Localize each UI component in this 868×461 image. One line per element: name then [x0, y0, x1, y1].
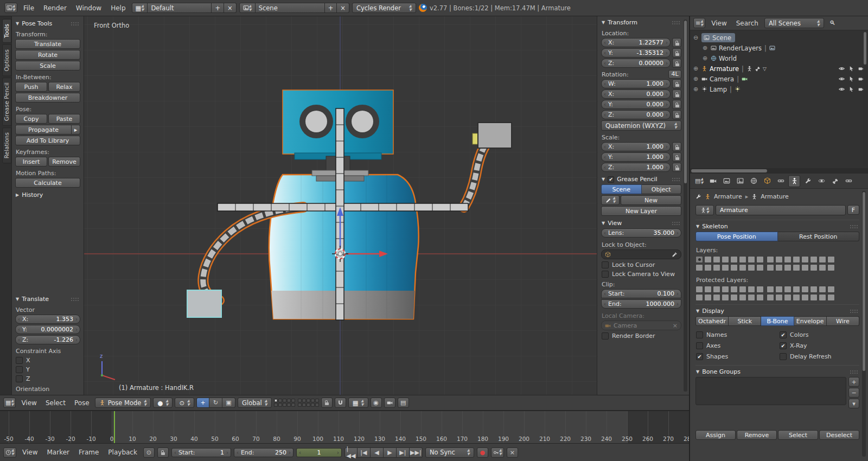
play-button[interactable]: ▶	[384, 447, 397, 458]
layer-toggle[interactable]	[827, 256, 835, 263]
layer-toggle[interactable]	[298, 403, 302, 407]
layer-toggle[interactable]	[302, 403, 306, 407]
expand-icon[interactable]: ⊕	[692, 65, 699, 72]
skeleton-panel-header[interactable]: ▼ Skeleton	[695, 220, 859, 232]
auto-keyframe-record-button[interactable]: ●	[477, 447, 488, 458]
layer-toggle[interactable]	[767, 294, 774, 301]
bone-group-select-button[interactable]: Select	[778, 430, 818, 440]
layer-toggle[interactable]	[793, 264, 800, 271]
layer-toggle[interactable]	[775, 294, 783, 301]
lock-time-cursor-button[interactable]	[157, 447, 169, 458]
add-to-library-button[interactable]: Add To Library	[15, 136, 80, 145]
rotation-z-lock-button[interactable]	[672, 110, 681, 119]
layer-toggle[interactable]	[756, 294, 764, 301]
editor-type-info-button[interactable]: ▲▼	[4, 3, 17, 13]
panel-grip-icon[interactable]	[71, 22, 80, 26]
context-pin-icon[interactable]	[695, 194, 701, 200]
outliner-menu-view[interactable]: View	[708, 20, 730, 27]
rotation-y-slider[interactable]: ‹Y:0.000›	[601, 100, 671, 109]
tab-scene[interactable]	[734, 175, 746, 187]
rest-position-button[interactable]: Rest Position	[778, 232, 860, 241]
translate-button[interactable]: Translate	[15, 39, 80, 49]
menu-window[interactable]: Window	[73, 4, 105, 12]
layer-toggle[interactable]	[695, 294, 703, 301]
delete-screen-layout-button[interactable]: ×	[224, 3, 237, 13]
tab-render-layers[interactable]	[720, 175, 732, 187]
pose-tools-panel-header[interactable]: ▼ Pose Tools	[15, 17, 80, 29]
jump-prev-keyframe-button[interactable]: |◀	[358, 447, 371, 458]
tab-physics[interactable]	[815, 175, 827, 187]
editor-type-properties-button[interactable]: ▤▲▼	[693, 176, 705, 186]
layer-toggle[interactable]	[819, 286, 826, 293]
properties-scrollbar[interactable]	[862, 191, 866, 457]
menu-render[interactable]: Render	[40, 4, 70, 12]
breadcrumb-object-name[interactable]: Armature	[714, 193, 742, 200]
timeline-menu-frame[interactable]: Frame	[75, 449, 102, 456]
snap-magnet-button[interactable]	[335, 398, 346, 408]
panel-grip-icon[interactable]	[672, 21, 681, 25]
insert-keyframe-button[interactable]: Insert	[15, 157, 47, 167]
layer-toggle[interactable]	[730, 294, 738, 301]
selectability-cursor-icon[interactable]	[848, 66, 854, 72]
layer-toggle[interactable]	[819, 256, 826, 263]
increment-arrow-icon[interactable]: ›	[75, 326, 78, 332]
breakdowner-button[interactable]: Breakdowner	[15, 93, 80, 103]
rotate-button[interactable]: Rotate	[15, 50, 80, 60]
layer-toggle[interactable]	[801, 256, 809, 263]
layer-toggle[interactable]	[704, 256, 712, 263]
calculate-motion-paths-button[interactable]: Calculate	[15, 178, 80, 188]
timeline-menu-view[interactable]: View	[19, 449, 41, 456]
screen-layout-name[interactable]: Default	[148, 3, 212, 13]
outliner-hscrollbar[interactable]	[690, 168, 868, 174]
rotation-y-lock-button[interactable]	[672, 100, 681, 109]
layer-toggle[interactable]	[283, 403, 286, 407]
paste-pose-button[interactable]: Paste	[48, 114, 80, 124]
layer-toggle[interactable]	[704, 286, 712, 293]
layer-toggle[interactable]	[315, 399, 319, 402]
push-button[interactable]: Push	[15, 82, 47, 92]
ik-handle-right[interactable]	[473, 123, 512, 148]
layer-toggle[interactable]	[784, 286, 792, 293]
increment-arrow-icon[interactable]: ›	[75, 337, 78, 343]
gp-object-toggle[interactable]: Object	[642, 184, 682, 194]
constraint-axis-z-checkbox[interactable]: Z	[15, 374, 80, 383]
layer-toggle[interactable]	[775, 256, 783, 263]
shapes-checkbox[interactable]: Shapes	[695, 352, 776, 361]
render-border-checkbox[interactable]: Render Border	[601, 331, 681, 341]
layer-toggle[interactable]	[784, 294, 792, 301]
bone-group-assign-button[interactable]: Assign	[695, 430, 736, 440]
location-x-slider[interactable]: ‹X:1.22577›	[601, 38, 671, 47]
selectability-cursor-icon[interactable]	[848, 86, 854, 92]
gp-new-layer-button[interactable]: New Layer	[601, 206, 681, 216]
location-z-lock-button[interactable]	[672, 59, 681, 68]
layer-toggle[interactable]	[298, 399, 302, 402]
viewport-shading-dropdown[interactable]: ●▲▼	[153, 398, 173, 408]
layer-toggle[interactable]	[739, 294, 746, 301]
gp-data-dropdown[interactable]: ▲▼	[601, 195, 620, 205]
lock-to-object-field[interactable]	[601, 249, 681, 259]
pivot-point-dropdown[interactable]: ⊙▲▼	[175, 398, 194, 408]
render-engine-dropdown[interactable]: Cycles Render▲▼	[352, 3, 416, 13]
view-panel-header[interactable]: ▼ View	[601, 217, 681, 228]
layer-toggle[interactable]	[739, 256, 746, 263]
layer-toggle[interactable]	[810, 286, 818, 293]
lens-slider[interactable]: ‹Lens:35.000›	[601, 228, 681, 238]
timeline-ruler[interactable]: -50-40-30-20-100102030405060708090100110…	[0, 411, 689, 443]
frame-start-field[interactable]: ‹Start:1›	[171, 448, 231, 457]
bone-group-specials-button[interactable]: ▾	[848, 399, 859, 408]
manipulator-translate-button[interactable]: +	[196, 398, 209, 408]
layer-toggle[interactable]	[801, 294, 809, 301]
panel-grip-icon[interactable]	[672, 221, 681, 226]
region-divider[interactable]	[689, 16, 690, 461]
outliner-row-camera[interactable]: ⊕ Camera |	[692, 74, 866, 84]
expand-icon[interactable]: ⊕	[692, 86, 699, 93]
add-scene-button[interactable]: +	[325, 3, 337, 13]
axes-checkbox[interactable]: Axes	[695, 341, 776, 350]
jump-to-start-button[interactable]: |◀◀	[344, 447, 358, 458]
outliner-filter-icon[interactable]: 🔍︎	[827, 18, 838, 28]
layer-toggle[interactable]	[695, 286, 703, 293]
menu-help[interactable]: Help	[107, 4, 129, 12]
layer-toggle[interactable]	[767, 256, 774, 263]
tab-bone-constraints[interactable]	[843, 175, 854, 187]
use-preview-range-button[interactable]: ⊙	[143, 447, 155, 458]
